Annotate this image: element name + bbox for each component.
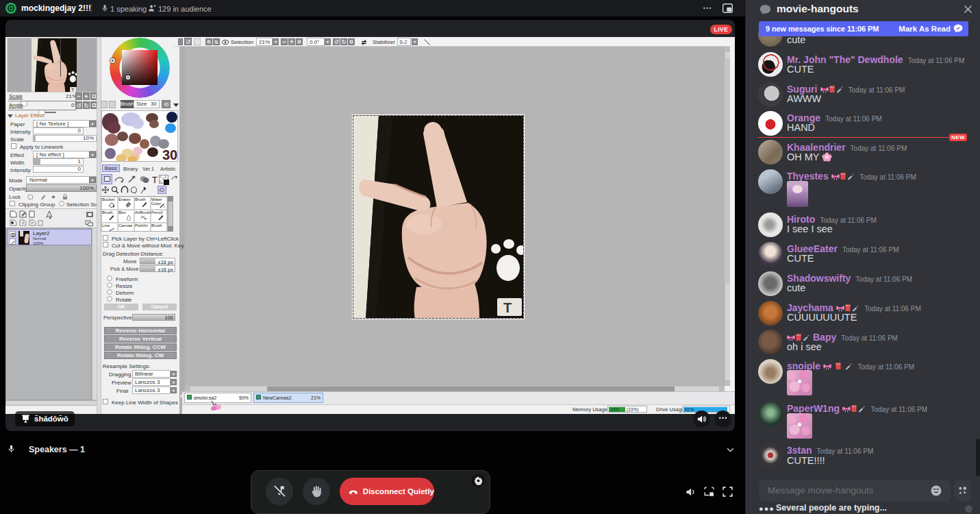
svg-text:30: 30 (162, 147, 177, 161)
svg-text:T: T (152, 175, 158, 184)
svg-text:T: T (503, 300, 512, 315)
